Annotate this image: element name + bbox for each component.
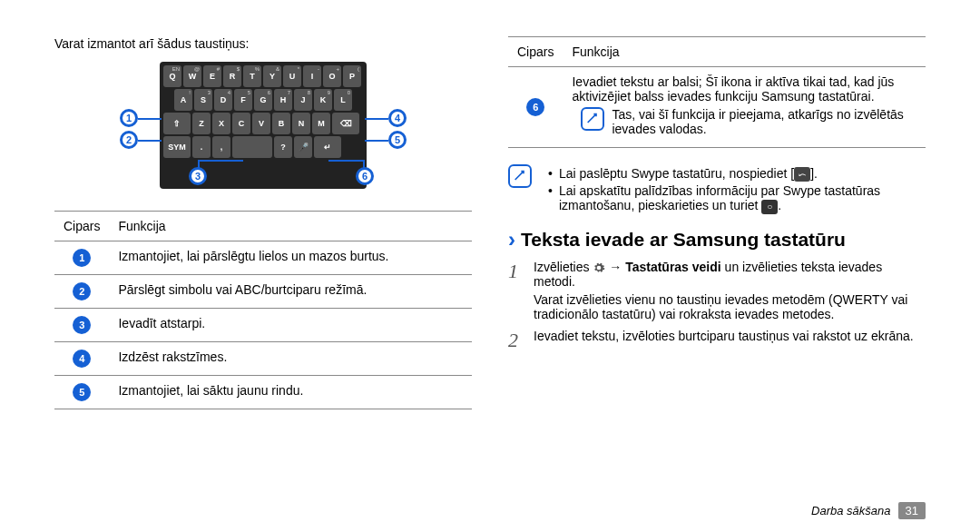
callout-2: 2 (120, 131, 138, 149)
table-row-num: 4 (54, 342, 109, 376)
keyboard-key: . (192, 136, 211, 158)
keyboard-key: ⇧ (163, 113, 191, 134)
keyboard-key: N (292, 113, 310, 134)
intro-text: Varat izmantot arī šādus taustiņus: (54, 36, 472, 51)
keyboard-key: M (312, 113, 330, 134)
table-row-num: 2 (54, 275, 109, 309)
keyboard-key: D4 (214, 89, 232, 111)
keyboard-key: ↵ (314, 136, 341, 158)
back-key-icon: ⤺ (794, 167, 810, 182)
keyboard-key: J8 (294, 89, 312, 111)
function-table-right: Cipars Funkcija 6 Ievadiet tekstu ar bal… (508, 36, 926, 148)
keyboard-key: ⌫ (332, 113, 359, 134)
callout-6: 6 (356, 167, 374, 185)
tip-2: Lai apskatītu palīdzības informāciju par… (548, 183, 926, 213)
keyboard-key: R$ (223, 65, 241, 87)
chevron-icon: › (508, 229, 515, 251)
keyboard-key: SYM (163, 136, 191, 158)
gear-icon (593, 261, 605, 274)
col-header-funkcija: Funkcija (109, 212, 472, 241)
keyboard-key: ? (274, 136, 292, 158)
step-1: 1 Izvēlieties → Tastatūras veidi un izvē… (508, 260, 926, 321)
keyboard-key: K9 (314, 89, 332, 111)
swype-key-icon: ○ (761, 200, 778, 214)
step-2: 2 Ievadiet tekstu, izvēloties burtciparu… (508, 329, 926, 352)
keyboard-key: X (212, 113, 230, 134)
col-header-funkcija: Funkcija (563, 37, 926, 67)
row6-num: 6 (508, 67, 563, 148)
keyboard-key: U* (283, 65, 301, 87)
keyboard-illustration: QENW@E#R$T%Y&U*I-O+P(A!S3D4F5G6H7J8K9L0⇧… (54, 62, 472, 189)
left-column: Varat izmantot arī šādus taustiņus: QENW… (54, 36, 472, 426)
keyboard-key: V (252, 113, 270, 134)
table-row-text: Pārslēgt simbolu vai ABC/burtciparu režī… (109, 275, 472, 309)
keyboard-key (232, 136, 272, 158)
table-row-text: Ievadīt atstarpi. (109, 309, 472, 342)
note-icon (581, 107, 604, 131)
keyboard-key: Z (192, 113, 211, 134)
page-footer: Darba sākšana 31 (811, 502, 926, 519)
section-heading: › Teksta ievade ar Samsung tastatūru (508, 229, 926, 251)
right-column: Cipars Funkcija 6 Ievadiet tekstu ar bal… (508, 36, 926, 426)
col-header-cipars: Cipars (508, 37, 563, 67)
tips-block: Lai paslēptu Swype tastatūru, nospiediet… (508, 164, 926, 216)
keyboard-key: , (212, 136, 230, 158)
step-1-sub: Varat izvēlieties vienu no taustiņu ieva… (534, 292, 926, 321)
keyboard-key: O+ (323, 65, 341, 87)
keyboard-key: Y& (263, 65, 281, 87)
tip-1: Lai paslēptu Swype tastatūru, nospiediet… (548, 166, 926, 182)
table-row-text: Izmantojiet, lai pārslēgtu lielos un maz… (109, 241, 472, 275)
row6-text: Ievadiet tekstu ar balsi; Šī ikona ir ak… (572, 74, 916, 103)
note-icon (508, 164, 532, 188)
keyboard-key: S3 (194, 89, 212, 111)
keyboard-key: QEN (163, 65, 181, 87)
footer-page: 31 (898, 502, 926, 519)
keyboard-key: E# (203, 65, 221, 87)
keyboard-key: H7 (274, 89, 292, 111)
table-row-num: 5 (54, 376, 109, 409)
callout-3: 3 (189, 167, 207, 185)
function-table-left: Cipars Funkcija 1Izmantojiet, lai pārslē… (54, 211, 472, 409)
callout-5: 5 (388, 131, 407, 149)
keyboard-key: G6 (254, 89, 272, 111)
keyboard-key: L0 (334, 89, 352, 111)
keyboard-key: A! (174, 89, 192, 111)
table-row-text: Izdzēst rakstzīmes. (109, 342, 472, 376)
callout-1: 1 (120, 109, 138, 127)
keyboard-key: B (272, 113, 290, 134)
keyboard-key: P( (343, 65, 361, 87)
row6-cell: Ievadiet tekstu ar balsi; Šī ikona ir ak… (563, 67, 926, 148)
keyboard-key: F5 (234, 89, 252, 111)
keyboard-key: T% (243, 65, 261, 87)
col-header-cipars: Cipars (54, 212, 109, 241)
keyboard-key: I- (303, 65, 321, 87)
footer-section: Darba sākšana (811, 504, 890, 517)
keyboard-key: C (232, 113, 250, 134)
table-row-text: Izmantojiet, lai sāktu jaunu rindu. (109, 376, 472, 409)
table-row-num: 1 (54, 241, 109, 275)
callout-4: 4 (388, 109, 407, 127)
table-row-num: 3 (54, 309, 109, 342)
keyboard-key: 🎤 (294, 136, 312, 158)
row6-note: Tas, vai šī funkcija ir pieejama, atkarī… (612, 107, 916, 136)
keyboard-key: W@ (183, 65, 201, 87)
